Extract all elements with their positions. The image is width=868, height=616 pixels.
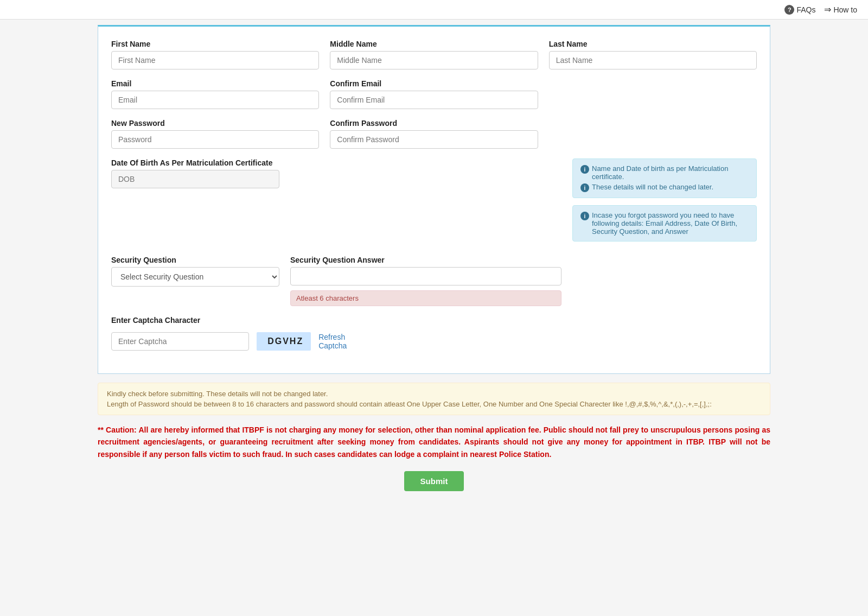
- info-box-1-line2: These details will not be changed later.: [592, 183, 713, 191]
- how-label: How to: [833, 5, 857, 14]
- new-password-group: New Password: [111, 119, 319, 149]
- password-row: New Password Confirm Password: [111, 119, 757, 149]
- new-password-input[interactable]: [111, 130, 319, 149]
- warning-box: Kindly check before submitting. These de…: [98, 383, 770, 415]
- faq-nav-item[interactable]: ? FAQs: [784, 5, 815, 15]
- last-name-input[interactable]: [549, 51, 757, 69]
- captcha-row: DGVHZ Refresh Captcha: [111, 332, 350, 351]
- email-input[interactable]: [111, 91, 319, 109]
- middle-name-group: Middle Name: [330, 40, 538, 69]
- info-icon-1: i: [580, 165, 589, 174]
- validation-atleast6: Atleast 6 characters: [290, 290, 561, 306]
- middle-name-input[interactable]: [330, 51, 538, 69]
- name-row: First Name Middle Name Last Name: [111, 40, 757, 69]
- last-name-label: Last Name: [549, 40, 757, 48]
- dob-input[interactable]: [111, 170, 279, 188]
- confirm-password-label: Confirm Password: [330, 119, 538, 128]
- security-question-group: Security Question Select Security Questi…: [111, 256, 279, 287]
- security-answer-group: Security Question Answer Atleast 6 chara…: [290, 256, 561, 306]
- dob-group: Date Of Birth As Per Matriculation Certi…: [111, 158, 279, 188]
- top-nav: ? FAQs ⇒ How to: [0, 0, 868, 20]
- confirm-email-input[interactable]: [330, 91, 538, 109]
- security-question-select[interactable]: Select Security Question What is your mo…: [111, 267, 279, 287]
- captcha-input[interactable]: [111, 332, 249, 351]
- info-boxes-col: i Name and Date of birth as per Matricul…: [572, 158, 757, 246]
- email-row: Email Confirm Email: [111, 79, 757, 109]
- how-nav-item[interactable]: ⇒ How to: [824, 4, 857, 15]
- first-name-group: First Name: [111, 40, 319, 69]
- registration-form: First Name Middle Name Last Name Email C…: [98, 25, 770, 374]
- dob-row: Date Of Birth As Per Matriculation Certi…: [111, 158, 757, 246]
- confirm-password-input[interactable]: [330, 130, 538, 149]
- security-question-label: Security Question: [111, 256, 279, 264]
- faq-label: FAQs: [796, 5, 815, 14]
- captcha-label: Enter Captcha Character: [111, 316, 200, 325]
- first-name-label: First Name: [111, 40, 319, 48]
- security-row: Security Question Select Security Questi…: [111, 256, 757, 306]
- first-name-input[interactable]: [111, 51, 319, 69]
- refresh-captcha-label: Refresh Captcha: [318, 333, 347, 350]
- main-container: First Name Middle Name Last Name Email C…: [87, 20, 781, 507]
- confirm-password-group: Confirm Password: [330, 119, 538, 149]
- info-box-2-line1: Incase you forgot password you need to h…: [592, 211, 749, 236]
- info-icon-3: i: [580, 212, 589, 220]
- captcha-section: Enter Captcha Character DGVHZ Refresh Ca…: [111, 316, 757, 351]
- info-box-2: i Incase you forgot password you need to…: [572, 205, 757, 242]
- info-box-1: i Name and Date of birth as per Matricul…: [572, 158, 757, 198]
- confirm-email-group: Confirm Email: [330, 79, 538, 109]
- dob-label: Date Of Birth As Per Matriculation Certi…: [111, 158, 279, 167]
- faq-icon: ?: [784, 5, 794, 15]
- warning-line2: Length of Password should be between 8 t…: [107, 400, 761, 408]
- warning-line1: Kindly check before submitting. These de…: [107, 390, 761, 398]
- refresh-captcha-link[interactable]: Refresh Captcha: [318, 333, 350, 350]
- confirm-email-label: Confirm Email: [330, 79, 538, 88]
- info-icon-2: i: [580, 183, 589, 192]
- submit-button[interactable]: Submit: [404, 471, 464, 491]
- security-answer-label: Security Question Answer: [290, 256, 561, 264]
- security-answer-input[interactable]: [290, 267, 561, 285]
- middle-name-label: Middle Name: [330, 40, 538, 48]
- email-group: Email: [111, 79, 319, 109]
- submit-row: Submit: [98, 471, 770, 491]
- new-password-label: New Password: [111, 119, 319, 128]
- captcha-display: DGVHZ: [257, 332, 311, 351]
- caution-text: ** Caution: All are hereby informed that…: [98, 424, 770, 460]
- how-icon: ⇒: [824, 4, 831, 15]
- email-label: Email: [111, 79, 319, 88]
- info-box-1-line1: Name and Date of birth as per Matriculat…: [592, 164, 749, 181]
- last-name-group: Last Name: [549, 40, 757, 69]
